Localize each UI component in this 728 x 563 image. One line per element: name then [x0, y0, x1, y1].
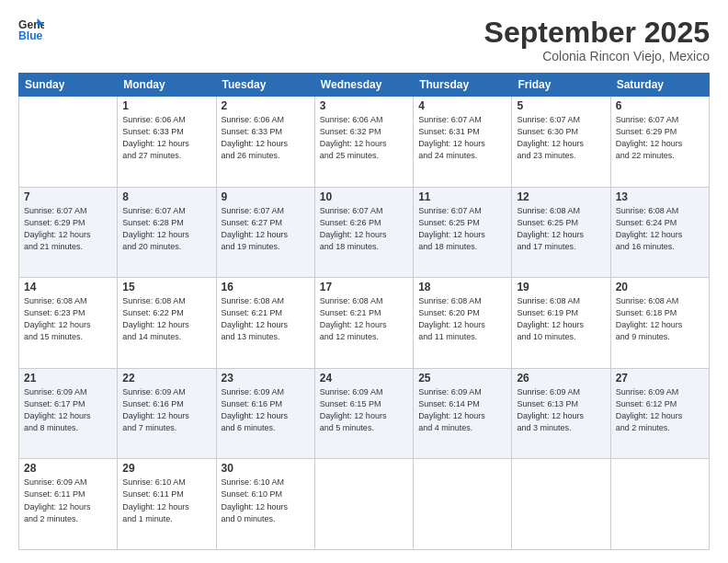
- header: General Blue September 2025 Colonia Rinc…: [18, 17, 710, 63]
- day-info: Sunrise: 6:09 AM Sunset: 6:17 PM Dayligh…: [24, 386, 112, 434]
- title-block: September 2025 Colonia Rincon Viejo, Mex…: [484, 17, 710, 63]
- calendar-cell: 10Sunrise: 6:07 AM Sunset: 6:26 PM Dayli…: [314, 187, 413, 278]
- day-number: 6: [616, 99, 704, 112]
- day-info: Sunrise: 6:10 AM Sunset: 6:11 PM Dayligh…: [122, 477, 210, 524]
- calendar-cell: 2Sunrise: 6:06 AM Sunset: 6:33 PM Daylig…: [216, 97, 314, 188]
- day-info: Sunrise: 6:07 AM Sunset: 6:26 PM Dayligh…: [320, 205, 408, 253]
- calendar-body: 1Sunrise: 6:06 AM Sunset: 6:33 PM Daylig…: [19, 97, 710, 550]
- calendar-cell: 14Sunrise: 6:08 AM Sunset: 6:23 PM Dayli…: [19, 278, 118, 369]
- day-info: Sunrise: 6:08 AM Sunset: 6:25 PM Dayligh…: [517, 205, 605, 253]
- day-info: Sunrise: 6:09 AM Sunset: 6:15 PM Dayligh…: [320, 386, 408, 434]
- calendar-cell: 13Sunrise: 6:08 AM Sunset: 6:24 PM Dayli…: [610, 187, 709, 278]
- day-number: 25: [418, 372, 506, 385]
- day-number: 24: [320, 372, 408, 385]
- calendar-week-5: 28Sunrise: 6:09 AM Sunset: 6:11 PM Dayli…: [19, 459, 710, 550]
- day-number: 29: [122, 462, 210, 475]
- logo-icon: General Blue: [18, 17, 44, 42]
- col-friday: Friday: [512, 74, 610, 97]
- day-number: 21: [24, 372, 112, 385]
- day-number: 10: [320, 190, 408, 203]
- calendar-week-2: 7Sunrise: 6:07 AM Sunset: 6:29 PM Daylig…: [19, 187, 710, 278]
- calendar-cell: 20Sunrise: 6:08 AM Sunset: 6:18 PM Dayli…: [610, 278, 709, 369]
- calendar-cell: 15Sunrise: 6:08 AM Sunset: 6:22 PM Dayli…: [118, 278, 216, 369]
- day-number: 15: [122, 281, 210, 293]
- calendar-table: Sunday Monday Tuesday Wednesday Thursday…: [18, 73, 710, 550]
- day-number: 11: [418, 190, 506, 203]
- calendar-cell: 4Sunrise: 6:07 AM Sunset: 6:31 PM Daylig…: [414, 97, 512, 188]
- calendar-cell: 25Sunrise: 6:09 AM Sunset: 6:14 PM Dayli…: [414, 368, 512, 459]
- day-info: Sunrise: 6:10 AM Sunset: 6:10 PM Dayligh…: [222, 477, 310, 524]
- day-info: Sunrise: 6:07 AM Sunset: 6:27 PM Dayligh…: [222, 205, 310, 253]
- day-number: 7: [24, 190, 112, 203]
- col-saturday: Saturday: [610, 74, 709, 97]
- calendar-cell: 1Sunrise: 6:06 AM Sunset: 6:33 PM Daylig…: [118, 97, 216, 188]
- day-number: 2: [222, 99, 310, 112]
- day-info: Sunrise: 6:07 AM Sunset: 6:30 PM Dayligh…: [517, 114, 605, 162]
- day-info: Sunrise: 6:06 AM Sunset: 6:33 PM Dayligh…: [222, 114, 310, 162]
- day-info: Sunrise: 6:08 AM Sunset: 6:22 PM Dayligh…: [122, 295, 210, 343]
- day-info: Sunrise: 6:08 AM Sunset: 6:21 PM Dayligh…: [222, 295, 310, 343]
- day-number: 17: [320, 281, 408, 293]
- location: Colonia Rincon Viejo, Mexico: [484, 49, 710, 63]
- calendar-cell: 17Sunrise: 6:08 AM Sunset: 6:21 PM Dayli…: [314, 278, 413, 369]
- calendar-cell: 6Sunrise: 6:07 AM Sunset: 6:29 PM Daylig…: [610, 97, 709, 188]
- col-wednesday: Wednesday: [314, 74, 413, 97]
- page: General Blue September 2025 Colonia Rinc…: [0, 0, 728, 563]
- day-number: 8: [122, 190, 210, 203]
- calendar-cell: 26Sunrise: 6:09 AM Sunset: 6:13 PM Dayli…: [512, 368, 610, 459]
- calendar-cell: 12Sunrise: 6:08 AM Sunset: 6:25 PM Dayli…: [512, 187, 610, 278]
- day-number: 12: [517, 190, 605, 203]
- day-info: Sunrise: 6:07 AM Sunset: 6:25 PM Dayligh…: [418, 205, 506, 253]
- day-info: Sunrise: 6:08 AM Sunset: 6:20 PM Dayligh…: [418, 295, 506, 343]
- calendar-cell: [19, 97, 118, 188]
- calendar-cell: 29Sunrise: 6:10 AM Sunset: 6:11 PM Dayli…: [118, 459, 216, 550]
- col-monday: Monday: [118, 74, 216, 97]
- calendar-cell: 24Sunrise: 6:09 AM Sunset: 6:15 PM Dayli…: [314, 368, 413, 459]
- day-info: Sunrise: 6:07 AM Sunset: 6:29 PM Dayligh…: [616, 114, 704, 162]
- day-number: 26: [517, 372, 605, 385]
- day-info: Sunrise: 6:06 AM Sunset: 6:32 PM Dayligh…: [320, 114, 408, 162]
- calendar-cell: 27Sunrise: 6:09 AM Sunset: 6:12 PM Dayli…: [610, 368, 709, 459]
- calendar-week-3: 14Sunrise: 6:08 AM Sunset: 6:23 PM Dayli…: [19, 278, 710, 369]
- day-number: 14: [24, 281, 112, 293]
- logo: General Blue: [18, 17, 44, 42]
- calendar-cell: 5Sunrise: 6:07 AM Sunset: 6:30 PM Daylig…: [512, 97, 610, 188]
- day-number: 23: [222, 372, 310, 385]
- day-number: 20: [616, 281, 704, 293]
- day-info: Sunrise: 6:09 AM Sunset: 6:14 PM Dayligh…: [418, 386, 506, 434]
- day-info: Sunrise: 6:09 AM Sunset: 6:16 PM Dayligh…: [122, 386, 210, 434]
- calendar-cell: 22Sunrise: 6:09 AM Sunset: 6:16 PM Dayli…: [118, 368, 216, 459]
- day-info: Sunrise: 6:06 AM Sunset: 6:33 PM Dayligh…: [122, 114, 210, 162]
- calendar-cell: 28Sunrise: 6:09 AM Sunset: 6:11 PM Dayli…: [19, 459, 118, 550]
- day-number: 28: [24, 462, 112, 475]
- day-info: Sunrise: 6:08 AM Sunset: 6:21 PM Dayligh…: [320, 295, 408, 343]
- calendar-cell: 11Sunrise: 6:07 AM Sunset: 6:25 PM Dayli…: [414, 187, 512, 278]
- day-info: Sunrise: 6:07 AM Sunset: 6:29 PM Dayligh…: [24, 205, 112, 253]
- calendar-cell: [314, 459, 413, 550]
- calendar-cell: 23Sunrise: 6:09 AM Sunset: 6:16 PM Dayli…: [216, 368, 314, 459]
- day-number: 3: [320, 99, 408, 112]
- day-number: 4: [418, 99, 506, 112]
- day-number: 22: [122, 372, 210, 385]
- calendar-week-4: 21Sunrise: 6:09 AM Sunset: 6:17 PM Dayli…: [19, 368, 710, 459]
- day-info: Sunrise: 6:08 AM Sunset: 6:18 PM Dayligh…: [616, 295, 704, 343]
- calendar-cell: [512, 459, 610, 550]
- calendar-cell: 30Sunrise: 6:10 AM Sunset: 6:10 PM Dayli…: [216, 459, 314, 550]
- day-info: Sunrise: 6:08 AM Sunset: 6:24 PM Dayligh…: [616, 205, 704, 253]
- day-info: Sunrise: 6:09 AM Sunset: 6:11 PM Dayligh…: [24, 477, 112, 524]
- calendar-cell: 19Sunrise: 6:08 AM Sunset: 6:19 PM Dayli…: [512, 278, 610, 369]
- day-info: Sunrise: 6:09 AM Sunset: 6:16 PM Dayligh…: [222, 386, 310, 434]
- day-number: 27: [616, 372, 704, 385]
- calendar-cell: [610, 459, 709, 550]
- day-info: Sunrise: 6:08 AM Sunset: 6:19 PM Dayligh…: [517, 295, 605, 343]
- calendar-cell: 21Sunrise: 6:09 AM Sunset: 6:17 PM Dayli…: [19, 368, 118, 459]
- col-tuesday: Tuesday: [216, 74, 314, 97]
- calendar-week-1: 1Sunrise: 6:06 AM Sunset: 6:33 PM Daylig…: [19, 97, 710, 188]
- calendar-cell: [414, 459, 512, 550]
- day-number: 1: [122, 99, 210, 112]
- header-row: Sunday Monday Tuesday Wednesday Thursday…: [19, 74, 710, 97]
- calendar-cell: 8Sunrise: 6:07 AM Sunset: 6:28 PM Daylig…: [118, 187, 216, 278]
- svg-text:Blue: Blue: [18, 29, 43, 42]
- day-info: Sunrise: 6:07 AM Sunset: 6:31 PM Dayligh…: [418, 114, 506, 162]
- day-number: 18: [418, 281, 506, 293]
